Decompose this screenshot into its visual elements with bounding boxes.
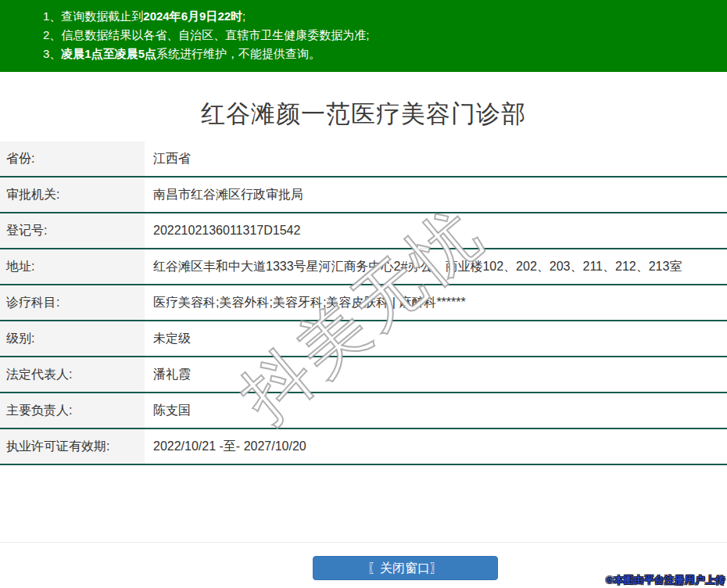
field-label-license-validity: 执业许可证有效期: xyxy=(0,429,145,464)
copyright-stamp: ©本图由平台注册用户上传 xyxy=(606,574,725,587)
notice-2-pre: 信息数据结果以各省、自治区、直辖市卫生健康委数据为准; xyxy=(61,28,369,41)
close-window-button[interactable]: 〖关闭窗口〗 xyxy=(313,556,498,580)
notice-line-3: 3、凌晨1点至凌晨5点系统进行维护，不能提供查询。 xyxy=(43,45,719,63)
field-label-legal-representative: 法定代表人: xyxy=(0,357,145,392)
notice-1-pre: 查询数据截止到 xyxy=(61,9,143,23)
field-value-legal-representative: 潘礼霞 xyxy=(145,357,727,392)
table-row-province: 省份: 江西省 xyxy=(0,142,727,177)
table-row-legal-representative: 法定代表人: 潘礼霞 xyxy=(0,357,727,393)
field-label-province: 省份: xyxy=(0,142,145,176)
field-label-level: 级别: xyxy=(0,321,145,356)
field-label-approval-authority: 审批机关: xyxy=(0,177,145,212)
field-value-address: 红谷滩区丰和中大道1333号星河汇商务中心2#办公、商业楼102、202、203… xyxy=(145,249,727,284)
table-row-license-validity: 执业许可证有效期: 2022/10/21 -至- 2027/10/20 xyxy=(0,429,727,465)
notice-3-num: 3、 xyxy=(43,47,61,60)
table-row-approval-authority: 审批机关: 南昌市红谷滩区行政审批局 xyxy=(0,177,727,213)
notice-3-post: 系统进行维护，不能提供查询。 xyxy=(156,47,321,60)
field-value-main-person-in-charge: 陈支国 xyxy=(145,393,727,428)
notice-1-bold: 2024年6月9日22时 xyxy=(143,9,242,23)
institution-info-table: 省份: 江西省 审批机关: 南昌市红谷滩区行政审批局 登记号: 20221021… xyxy=(0,142,727,465)
table-row-level: 级别: 未定级 xyxy=(0,321,727,357)
notice-bar: 1、查询数据截止到2024年6月9日22时; 2、信息数据结果以各省、自治区、直… xyxy=(0,0,727,72)
notice-line-2: 2、信息数据结果以各省、自治区、直辖市卫生健康委数据为准; xyxy=(43,26,719,45)
page-title: 红谷滩颜一范医疗美容门诊部 xyxy=(0,98,727,131)
field-label-address: 地址: xyxy=(0,249,145,284)
notice-3-bold: 凌晨1点至凌晨5点 xyxy=(61,47,156,60)
field-label-medical-subjects: 诊疗科目: xyxy=(0,285,145,320)
field-value-license-validity: 2022/10/21 -至- 2027/10/20 xyxy=(145,429,727,464)
table-row-main-person-in-charge: 主要负责人: 陈支国 xyxy=(0,393,727,429)
field-value-approval-authority: 南昌市红谷滩区行政审批局 xyxy=(145,177,727,212)
table-row-address: 地址: 红谷滩区丰和中大道1333号星河汇商务中心2#办公、商业楼102、202… xyxy=(0,249,727,285)
table-row-medical-subjects: 诊疗科目: 医疗美容科;美容外科;美容牙科;美容皮肤科 | 麻醉科****** xyxy=(0,285,727,321)
notice-2-num: 2、 xyxy=(43,28,61,41)
field-value-level: 未定级 xyxy=(145,321,727,356)
field-label-registration-number: 登记号: xyxy=(0,213,145,248)
table-row-registration-number: 登记号: 2022102136011317D1542 xyxy=(0,213,727,249)
field-value-medical-subjects: 医疗美容科;美容外科;美容牙科;美容皮肤科 | 麻醉科****** xyxy=(145,285,727,320)
notice-line-1: 1、查询数据截止到2024年6月9日22时; xyxy=(43,7,719,26)
field-label-main-person-in-charge: 主要负责人: xyxy=(0,393,145,428)
field-value-registration-number: 2022102136011317D1542 xyxy=(145,213,727,248)
notice-1-num: 1、 xyxy=(43,9,61,23)
notice-1-post: ; xyxy=(242,9,245,23)
field-value-province: 江西省 xyxy=(145,142,727,176)
